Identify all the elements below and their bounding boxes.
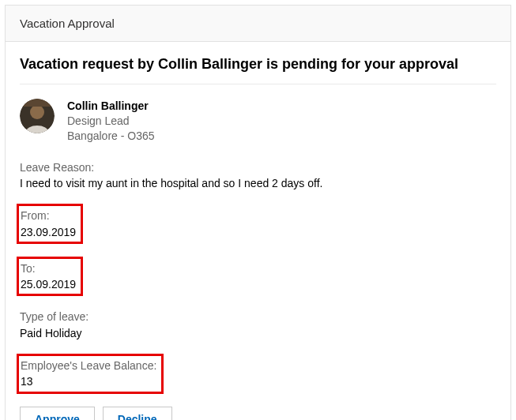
decline-button[interactable]: Decline	[103, 407, 172, 420]
card-header: Vacation Approval	[6, 6, 510, 42]
requester-block: Collin Ballinger Design Lead Bangalore -…	[20, 99, 496, 144]
avatar	[20, 99, 55, 133]
leave-type-value: Paid Holiday	[20, 325, 496, 341]
field-to: To: 25.09.2019	[20, 257, 496, 297]
field-from: From: 23.09.2019	[20, 204, 496, 244]
vacation-approval-card: Vacation Approval Vacation request by Co…	[5, 5, 511, 420]
card-body: Vacation request by Collin Ballinger is …	[6, 42, 510, 420]
svg-point-2	[30, 105, 44, 119]
to-value: 25.09.2019	[21, 276, 76, 292]
balance-value: 13	[21, 373, 156, 389]
reason-label: Leave Reason:	[20, 159, 496, 175]
reason-value: I need to visit my aunt in the hospital …	[20, 175, 496, 191]
from-highlight: From: 23.09.2019	[17, 204, 83, 244]
requester-location: Bangalore - O365	[67, 129, 155, 144]
action-row: Approve Decline	[20, 407, 496, 420]
card-title: Vacation Approval	[20, 17, 115, 30]
approve-button[interactable]: Approve	[20, 407, 95, 420]
field-leave-type: Type of leave: Paid Holiday	[20, 309, 496, 341]
balance-label: Employee's Leave Balance:	[21, 358, 156, 373]
to-label: To:	[21, 261, 76, 276]
svg-rect-3	[20, 99, 55, 107]
leave-type-label: Type of leave:	[20, 309, 496, 324]
field-balance: Employee's Leave Balance: 13	[20, 354, 496, 394]
balance-highlight: Employee's Leave Balance: 13	[17, 354, 164, 394]
from-label: From:	[21, 208, 76, 223]
requester-role: Design Lead	[67, 114, 155, 129]
requester-name: Collin Ballinger	[67, 99, 155, 114]
from-value: 23.09.2019	[21, 224, 76, 240]
requester-info: Collin Ballinger Design Lead Bangalore -…	[67, 99, 155, 144]
to-highlight: To: 25.09.2019	[17, 257, 83, 297]
field-reason: Leave Reason: I need to visit my aunt in…	[20, 159, 496, 192]
headline: Vacation request by Collin Ballinger is …	[20, 56, 496, 84]
